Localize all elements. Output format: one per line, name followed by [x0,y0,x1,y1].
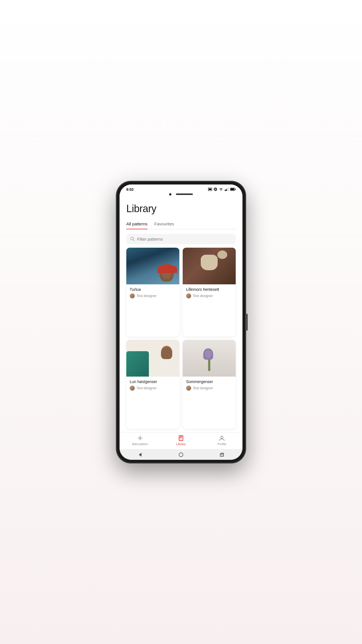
designer-name-lillemors: Test designer [193,294,213,298]
nav-label-add: Add pattern [132,442,148,446]
plus-icon [137,435,144,441]
nav-item-profile[interactable]: Profile [202,435,242,446]
bottom-nav: Add pattern Library [120,432,242,449]
svg-rect-11 [231,188,234,190]
svg-rect-1 [209,188,211,190]
card-info-lun: Lun høstgenser Test designer [126,377,179,394]
android-home-button[interactable] [178,452,184,458]
nav-label-library: Library [176,442,186,446]
sim-icon [208,188,212,191]
pattern-image-turlua [126,248,179,284]
speaker [176,194,193,195]
card-image-turlua [126,248,179,284]
pattern-card-sommergenser[interactable]: Sommergenser Test designer [183,340,236,429]
designer-avatar-turlua [130,293,135,298]
designer-avatar-sommergenser [186,386,191,391]
card-title-lillemors: Lillemors hentesett [186,287,232,292]
svg-point-4 [221,190,221,191]
card-image-sommergenser [183,340,236,377]
card-designer-lun: Test designer [130,386,176,391]
status-icons: P [208,187,236,191]
svg-rect-24 [221,453,224,455]
designer-avatar-lillemors [186,293,191,298]
pattern-image-lillemors [183,248,236,284]
pattern-card-turlua[interactable]: Turlua Test designer [126,248,179,337]
designer-name-turlua: Test designer [136,294,156,298]
wifi-icon [219,188,223,191]
card-image-lillemors [183,248,236,284]
pattern-card-lillemors[interactable]: Lillemors hentesett Test designer [183,248,236,337]
pattern-image-sommergenser [183,340,236,377]
search-icon [130,237,135,241]
card-designer-lillemors: Test designer [186,293,232,298]
pattern-card-lun[interactable]: Lun høstgenser Test designer [126,340,179,429]
card-title-sommergenser: Sommergenser [186,379,232,384]
svg-point-20 [221,436,223,438]
nav-item-library[interactable]: Library [160,435,201,446]
search-container [120,229,242,248]
status-bar: 8:02 P [120,184,242,193]
android-recents-button[interactable] [219,452,225,458]
tab-bar: All patterns Favourites [126,219,236,229]
android-back-button[interactable] [137,452,143,458]
tab-favourites[interactable]: Favourites [154,219,174,229]
svg-rect-6 [226,189,227,191]
svg-rect-10 [235,189,236,190]
status-time: 8:02 [126,187,134,192]
card-designer-turlua: Test designer [130,293,176,298]
page-header: Library All patterns Favourites [120,197,242,229]
svg-rect-19 [180,438,182,438]
svg-point-22 [179,453,183,457]
designer-name-lun: Test designer [136,386,156,390]
svg-rect-5 [225,190,226,191]
signal-icon [225,188,229,191]
card-info-lillemors: Lillemors hentesett Test designer [183,284,236,301]
search-wrapper[interactable] [126,234,236,244]
camera-notch [120,193,242,197]
page-title: Library [126,203,236,215]
tab-all-patterns[interactable]: All patterns [126,219,147,229]
nav-item-add[interactable]: Add pattern [120,435,160,446]
app-p-icon: P [213,187,217,191]
card-image-lun [126,340,179,377]
card-info-sommergenser: Sommergenser Test designer [183,377,236,394]
battery-icon [230,188,236,191]
card-designer-sommergenser: Test designer [186,386,232,391]
pattern-image-lun [126,340,179,377]
designer-avatar-lun [130,386,135,391]
designer-name-sommergenser: Test designer [193,386,213,390]
svg-marker-21 [139,453,142,457]
book-icon [178,435,184,441]
svg-text:P: P [215,188,216,191]
svg-line-13 [133,240,135,241]
card-title-turlua: Turlua [130,287,176,292]
search-input[interactable] [137,237,232,241]
card-info-turlua: Turlua Test designer [126,284,179,301]
nav-label-profile: Profile [218,442,226,446]
android-nav-bar [120,449,242,460]
app-content: Library All patterns Favourites [120,197,242,449]
phone-screen: 8:02 P [120,184,242,460]
svg-rect-18 [180,436,182,437]
card-title-lun: Lun høstgenser [130,379,176,384]
svg-rect-7 [227,188,228,191]
phone-device: 8:02 P [116,181,246,463]
person-icon [218,435,225,441]
svg-rect-8 [228,188,229,191]
pattern-grid: Turlua Test designer Lillemors hentesett [120,248,242,432]
camera-dot [169,193,171,195]
